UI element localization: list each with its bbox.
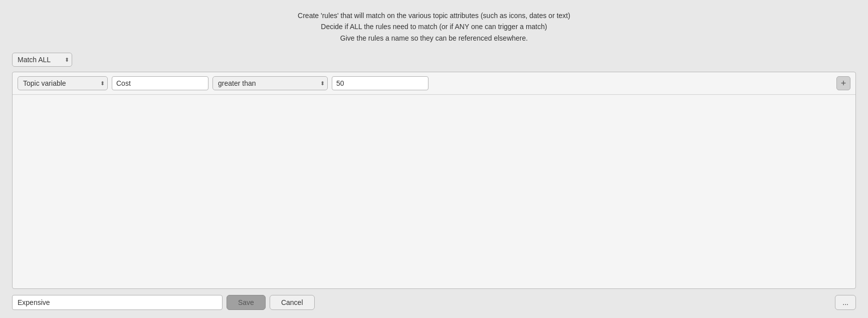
- save-button[interactable]: Save: [227, 295, 266, 310]
- rule-type-select[interactable]: Topic variable Topic icon Topic text Top…: [18, 76, 108, 90]
- description-line3: Give the rules a name so they can be ref…: [12, 33, 856, 44]
- match-selector[interactable]: Match ALL Match ANY: [12, 53, 72, 67]
- plus-icon: +: [841, 78, 846, 89]
- rule-operator-select[interactable]: greater than less than equal to not equa…: [212, 76, 328, 90]
- empty-rules-area: [13, 95, 855, 195]
- more-button[interactable]: ...: [835, 295, 856, 310]
- rule-value-input[interactable]: [332, 76, 428, 90]
- match-selector-row: Match ALL Match ANY: [12, 53, 856, 67]
- rule-operator-wrapper: greater than less than equal to not equa…: [212, 76, 328, 90]
- add-rule-button[interactable]: +: [836, 76, 850, 90]
- rule-set-name-input[interactable]: [12, 295, 223, 310]
- description-line1: Create 'rules' that will match on the va…: [12, 10, 856, 21]
- description-area: Create 'rules' that will match on the va…: [12, 10, 856, 44]
- page-container: Create 'rules' that will match on the va…: [0, 0, 868, 318]
- match-selector-wrapper: Match ALL Match ANY: [12, 53, 72, 67]
- rule-type-wrapper: Topic variable Topic icon Topic text Top…: [18, 76, 108, 90]
- rule-row: Topic variable Topic icon Topic text Top…: [13, 72, 855, 95]
- cancel-button[interactable]: Cancel: [270, 295, 315, 310]
- bottom-bar: Save Cancel ...: [12, 295, 856, 310]
- rule-name-input[interactable]: [112, 76, 208, 90]
- description-line2: Decide if ALL the rules need to match (o…: [12, 21, 856, 32]
- rules-container: Topic variable Topic icon Topic text Top…: [12, 72, 856, 289]
